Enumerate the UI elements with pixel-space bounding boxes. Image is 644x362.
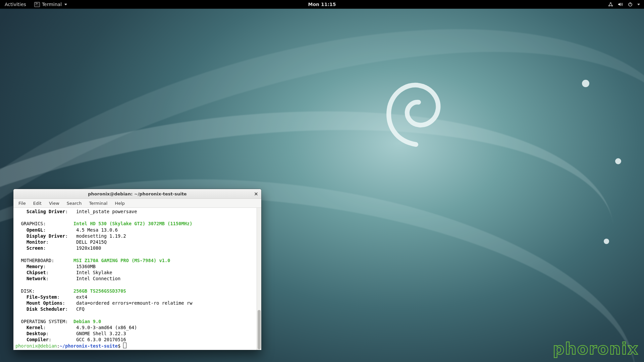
desktop: phoronix phoronix@debian: ~/phoronix-tes…	[0, 9, 644, 362]
terminal-viewport[interactable]: Scaling Driver: intel_pstate powersave G…	[13, 208, 261, 350]
terminal-window: phoronix@debian: ~/phoronix-test-suite F…	[13, 189, 261, 350]
activities-button[interactable]: Activities	[0, 0, 31, 9]
terminal-icon	[34, 2, 40, 7]
system-status-area[interactable]	[608, 2, 640, 7]
close-button[interactable]	[253, 191, 259, 196]
svg-point-1	[608, 5, 609, 6]
gnome-top-panel: Activities Terminal Mon 11:15	[0, 0, 644, 9]
menubar: File Edit View Search Terminal Help	[13, 199, 261, 208]
window-titlebar[interactable]: phoronix@debian: ~/phoronix-test-suite	[13, 189, 261, 199]
scrollbar[interactable]	[257, 208, 261, 350]
menu-edit[interactable]: Edit	[30, 200, 45, 207]
wallpaper-dot	[582, 80, 589, 87]
menu-terminal[interactable]: Terminal	[86, 200, 110, 207]
wallpaper-dot	[604, 239, 609, 244]
volume-icon	[618, 2, 623, 7]
scrollbar-thumb[interactable]	[258, 310, 261, 349]
menu-view[interactable]: View	[46, 200, 62, 207]
network-icon	[608, 2, 613, 7]
window-title: phoronix@debian: ~/phoronix-test-suite	[88, 191, 186, 196]
app-menu-label: Terminal	[42, 2, 62, 7]
menu-file[interactable]: File	[15, 200, 29, 207]
menu-search[interactable]: Search	[64, 200, 85, 207]
svg-rect-4	[630, 2, 631, 4]
panel-clock[interactable]: Mon 11:15	[308, 2, 336, 7]
power-icon	[628, 2, 633, 7]
svg-point-2	[611, 5, 612, 6]
debian-swirl-icon	[379, 76, 446, 163]
wallpaper-dot	[615, 158, 621, 164]
chevron-down-icon	[64, 4, 67, 5]
terminal-output[interactable]: Scaling Driver: intel_pstate powersave G…	[13, 208, 257, 350]
menu-help[interactable]: Help	[112, 200, 128, 207]
terminal-cursor	[123, 343, 126, 348]
app-menu[interactable]: Terminal	[31, 0, 70, 9]
svg-point-0	[610, 2, 611, 3]
chevron-down-icon	[637, 4, 640, 5]
watermark-text: phoronix	[553, 339, 639, 358]
